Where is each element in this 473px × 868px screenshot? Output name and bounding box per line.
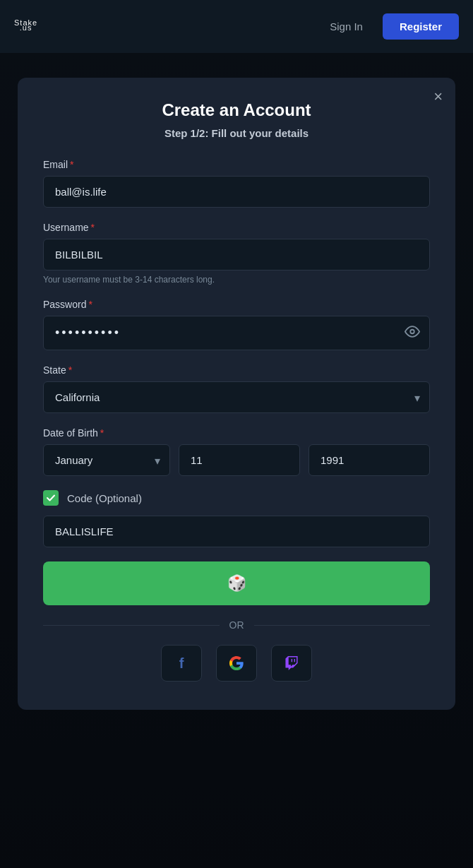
svg-point-0	[410, 329, 414, 333]
dob-year-input[interactable]	[309, 444, 430, 476]
modal-subtitle: Step 1/2: Fill out your details	[43, 127, 430, 139]
facebook-login-button[interactable]: f	[161, 645, 202, 682]
username-group: Username* Your username must be 3-14 cha…	[43, 222, 430, 285]
username-hint: Your username must be 3-14 characters lo…	[43, 275, 430, 285]
modal: × Create an Account Step 1/2: Fill out y…	[18, 78, 455, 710]
username-input[interactable]	[43, 239, 430, 270]
dob-month-select[interactable]: January February March April May June Ju…	[43, 444, 170, 476]
header: Stake .us Sign In Register	[0, 0, 473, 53]
logo: Stake .us	[14, 22, 37, 32]
dob-group: Date of Birth* January February March Ap…	[43, 427, 430, 476]
code-group	[43, 516, 430, 547]
code-checkbox-row: Code (Optional)	[43, 490, 430, 506]
twitch-icon	[285, 656, 299, 670]
email-group: Email*	[43, 159, 430, 208]
twitch-login-button[interactable]	[271, 645, 312, 682]
dob-label: Date of Birth*	[43, 427, 430, 439]
register-button[interactable]: Register	[383, 13, 459, 40]
modal-close-button[interactable]: ×	[433, 89, 443, 105]
password-label: Password*	[43, 299, 430, 310]
email-label: Email*	[43, 159, 430, 170]
dob-year-wrapper	[309, 444, 430, 476]
code-input[interactable]	[43, 516, 430, 547]
dob-row: January February March April May June Ju…	[43, 444, 430, 476]
state-label: State*	[43, 364, 430, 376]
dice-icon: 🎲	[227, 574, 246, 593]
modal-title: Create an Account	[43, 100, 430, 120]
submit-button[interactable]: 🎲	[43, 561, 430, 605]
social-row: f	[43, 645, 430, 682]
toggle-password-button[interactable]	[405, 323, 420, 343]
or-line-right	[254, 625, 431, 626]
code-checkbox[interactable]	[43, 490, 59, 506]
dob-day-input[interactable]	[179, 444, 300, 476]
or-line-left	[43, 625, 220, 626]
email-input[interactable]	[43, 176, 430, 208]
username-label: Username*	[43, 222, 430, 233]
password-group: Password*	[43, 299, 430, 350]
or-text: OR	[229, 619, 244, 631]
eye-icon	[405, 323, 420, 339]
state-group: State* California Texas Florida New York…	[43, 364, 430, 413]
signin-button[interactable]: Sign In	[318, 15, 374, 38]
facebook-icon: f	[179, 655, 184, 672]
google-icon	[229, 655, 244, 671]
header-actions: Sign In Register	[318, 13, 459, 40]
dob-month-wrapper: January February March April May June Ju…	[43, 444, 170, 476]
google-login-button[interactable]	[216, 645, 257, 682]
state-select-wrapper: California Texas Florida New York ▾	[43, 381, 430, 413]
checkmark-icon	[46, 493, 56, 503]
or-divider: OR	[43, 619, 430, 631]
state-select[interactable]: California Texas Florida New York	[43, 381, 430, 413]
password-input[interactable]	[43, 316, 430, 350]
dob-day-wrapper	[179, 444, 300, 476]
code-label: Code (Optional)	[67, 492, 142, 504]
password-wrapper	[43, 316, 430, 350]
